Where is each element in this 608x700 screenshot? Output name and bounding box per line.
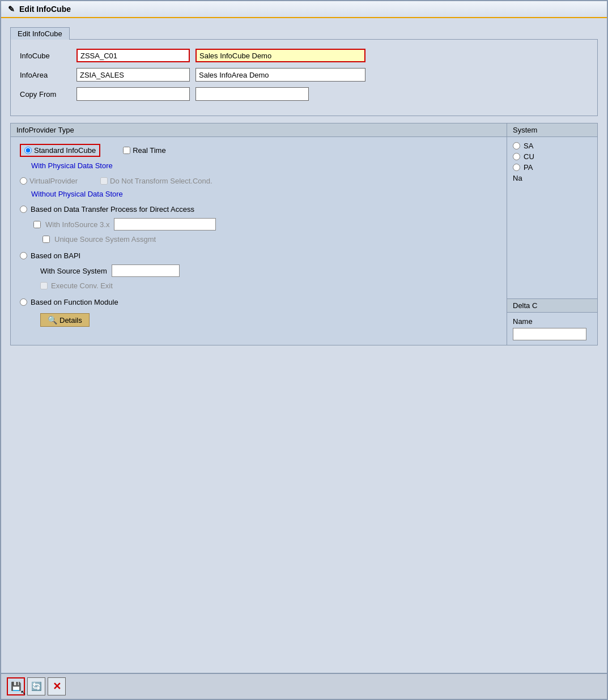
infocube-label: InfoCube <box>20 52 71 60</box>
do-not-transform-label: Do Not Transform Select.Cond. <box>110 177 212 185</box>
execute-conv-label: Execute Conv. Exit <box>51 281 113 290</box>
unique-source-row: Unique Source System Assgmt <box>42 235 498 244</box>
edit-infocube-panel: Edit InfoCube InfoCube InfoArea Copy Fro… <box>10 27 598 116</box>
title-bar: ✎ Edit InfoCube <box>1 1 607 18</box>
without-physical-store-row: Without Physical Data Store <box>20 190 498 198</box>
delta-panel-header: Delta C <box>507 299 597 313</box>
virtual-provider-radio[interactable] <box>20 177 27 185</box>
copyfrom-row: Copy From <box>20 87 588 101</box>
do-not-transform-row: Do Not Transform Select.Cond. <box>100 177 212 185</box>
infoprovider-panel: InfoProvider Type Standard InfoCube Real… <box>10 123 507 345</box>
unique-source-checkbox[interactable] <box>42 236 50 243</box>
virtual-provider-option: VirtualProvider <box>20 177 78 185</box>
based-on-bapi-label: Based on BAPI <box>31 251 80 260</box>
system-sa-row: SA <box>513 142 592 150</box>
infocube-row: InfoCube <box>20 49 588 62</box>
system-cu-row: CU <box>513 152 592 161</box>
with-infosource-checkbox[interactable] <box>33 221 41 228</box>
infoarea-label: InfoArea <box>20 71 71 79</box>
standard-infocube-row: Standard InfoCube Real Time <box>20 144 498 157</box>
with-physical-store-row: With Physical Data Store <box>20 161 498 170</box>
with-source-system-label: With Source System <box>40 267 107 275</box>
refresh-icon: 🔄 <box>31 681 42 692</box>
system-panel: System SA CU PA <box>507 123 598 299</box>
system-pa-label: PA <box>524 163 533 172</box>
delta-panel: Delta C Name <box>507 299 598 345</box>
cursor-icon: ↖ <box>20 689 26 697</box>
infoarea-description-input[interactable] <box>195 68 365 82</box>
copyfrom-input[interactable] <box>76 87 190 101</box>
main-content: Edit InfoCube InfoCube InfoArea Copy Fro… <box>1 18 607 355</box>
details-button-label: Details <box>59 316 82 325</box>
without-physical-store-link[interactable]: Without Physical Data Store <box>31 190 123 198</box>
system-panel-body: SA CU PA Na <box>507 137 597 187</box>
with-infosource-label: With InfoSource 3.x <box>45 220 109 229</box>
standard-infocube-option[interactable]: Standard InfoCube <box>20 144 100 157</box>
do-not-transform-checkbox[interactable] <box>100 177 108 185</box>
based-on-function-row: Based on Function Module <box>20 298 498 306</box>
main-window: ✎ Edit InfoCube Edit InfoCube InfoCube I… <box>0 0 608 700</box>
infoprovider-header-label: InfoProvider Type <box>16 126 74 134</box>
with-infosource-row: With InfoSource 3.x <box>33 218 498 231</box>
spacer <box>1 355 607 673</box>
cancel-button[interactable]: ✕ <box>48 677 66 695</box>
save-icon: 💾 <box>11 681 22 692</box>
system-pa-row: PA <box>513 163 592 172</box>
infoarea-row: InfoArea <box>20 68 588 82</box>
details-icon: 🔍 <box>48 315 57 325</box>
refresh-button[interactable]: 🔄 <box>27 677 45 695</box>
based-on-dtp-row: Based on Data Transfer Process for Direc… <box>20 205 498 214</box>
real-time-label: Real Time <box>133 146 166 155</box>
infoprovider-panel-header: InfoProvider Type <box>11 123 507 137</box>
with-source-system-input[interactable] <box>112 264 180 277</box>
based-on-function-label: Based on Function Module <box>31 298 118 306</box>
infocube-description-input[interactable] <box>195 49 365 62</box>
delta-header-label: Delta C <box>513 301 537 310</box>
with-physical-store-link[interactable]: With Physical Data Store <box>31 161 113 170</box>
standard-infocube-label: Standard InfoCube <box>34 146 96 155</box>
details-button[interactable]: 🔍 Details <box>40 313 90 327</box>
delta-name-input[interactable] <box>513 328 586 340</box>
based-on-function-radio[interactable] <box>20 298 27 306</box>
edit-infocube-panel-header: Edit InfoCube <box>10 27 70 40</box>
system-name-label: Na <box>513 174 522 182</box>
infoprovider-body: Standard InfoCube Real Time With Physica… <box>11 137 507 334</box>
copyfrom-label: Copy From <box>20 90 71 99</box>
based-on-bapi-row: Based on BAPI <box>20 251 498 260</box>
delta-panel-body: Name <box>507 313 597 345</box>
system-name-row: Na <box>513 174 592 182</box>
infoarea-input[interactable] <box>76 68 190 82</box>
cancel-icon: ✕ <box>53 680 61 693</box>
window-title: Edit InfoCube <box>19 5 71 14</box>
details-button-container: 🔍 Details <box>20 311 498 327</box>
edit-infocube-panel-body: InfoCube InfoArea Copy From <box>10 39 598 116</box>
right-panels: System SA CU PA <box>507 123 598 345</box>
execute-conv-checkbox[interactable] <box>40 282 48 289</box>
virtual-provider-label: VirtualProvider <box>29 177 78 185</box>
edit-icon: ✎ <box>7 5 16 14</box>
system-cu-label: CU <box>524 152 534 161</box>
based-on-dtp-radio[interactable] <box>20 206 27 213</box>
virtual-provider-row: VirtualProvider Do Not Transform Select.… <box>20 177 498 185</box>
based-on-dtp-label: Based on Data Transfer Process for Direc… <box>31 205 194 214</box>
real-time-row: Real Time <box>123 146 166 155</box>
unique-source-label: Unique Source System Assgmt <box>54 235 156 244</box>
system-header-label: System <box>513 126 537 134</box>
copyfrom-description-input[interactable] <box>195 87 309 101</box>
system-panel-header: System <box>507 123 597 137</box>
system-pa-radio[interactable] <box>513 164 520 171</box>
infocube-input[interactable] <box>76 49 190 62</box>
system-sa-label: SA <box>524 142 533 150</box>
system-cu-radio[interactable] <box>513 153 520 160</box>
standard-infocube-radio[interactable] <box>24 147 32 154</box>
bottom-toolbar: 💾 ↖ 🔄 ✕ <box>1 673 607 699</box>
lower-panels: InfoProvider Type Standard InfoCube Real… <box>10 123 598 345</box>
execute-conv-row: Execute Conv. Exit <box>40 281 498 290</box>
with-source-system-row: With Source System <box>40 264 498 277</box>
real-time-checkbox[interactable] <box>123 147 130 154</box>
delta-name-label: Name <box>513 317 592 326</box>
based-on-bapi-radio[interactable] <box>20 252 27 259</box>
with-infosource-input[interactable] <box>114 218 216 231</box>
save-button[interactable]: 💾 ↖ <box>7 677 25 695</box>
system-sa-radio[interactable] <box>513 142 520 150</box>
